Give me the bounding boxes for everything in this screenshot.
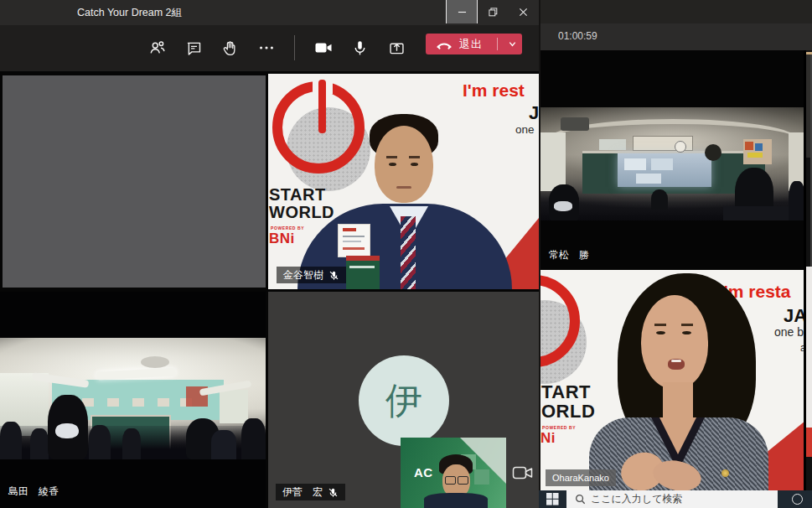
video-tile-tsunematsu[interactable]	[540, 107, 805, 220]
video-tile-shimada[interactable]: 島田 綾香	[0, 292, 266, 508]
screen-tile-2	[651, 158, 673, 170]
student-mask	[55, 423, 79, 438]
ohara-gold-pin	[721, 469, 729, 477]
avatar: 伊	[359, 355, 449, 446]
start-button[interactable]	[546, 493, 561, 505]
participant-name: OharaKanako	[552, 471, 609, 485]
close-button[interactable]	[508, 0, 538, 23]
posters	[743, 139, 772, 164]
search-placeholder: ここに入力して検索	[591, 492, 682, 506]
chat-button[interactable]	[179, 34, 208, 62]
student-5	[211, 430, 236, 459]
taskbar-search-input[interactable]: ここに入力して検索	[566, 490, 778, 508]
raise-hand-icon	[221, 39, 239, 57]
ohara-eye-left	[656, 331, 665, 334]
student-1	[0, 422, 22, 459]
participant-name: 常松 勝	[549, 248, 589, 262]
raise-hand-button[interactable]	[215, 34, 244, 62]
kanaya-face	[375, 126, 433, 203]
leave-options-chevron[interactable]	[503, 34, 522, 54]
window-title: Catch Your Dream 2組	[77, 0, 182, 25]
ohara-eye-right	[682, 331, 691, 334]
bni-slogan-line3: one b	[774, 325, 804, 339]
name-label-shimada: 島田 綾香	[0, 483, 65, 500]
meeting-timer: 01:00:59	[558, 30, 597, 42]
leave-button-label: 退出	[459, 37, 483, 52]
video-tile-empty[interactable]	[3, 75, 266, 288]
name-label-tsunematsu: 常松 勝	[540, 246, 596, 263]
lanyard-line	[349, 266, 375, 268]
bni-brand-text: Ni	[540, 430, 556, 447]
show-participants-button[interactable]	[143, 34, 172, 62]
restore-icon	[489, 8, 498, 17]
ohara-face	[641, 295, 708, 389]
bni-logo-text-bottom: ORLD	[541, 402, 595, 421]
bni-slogan-line3: one	[515, 123, 535, 136]
kanaya-mouth	[396, 186, 411, 189]
maximize-button[interactable]	[478, 0, 508, 23]
student-3	[89, 425, 111, 459]
kanaya-lanyard-card	[346, 256, 380, 289]
selfview-step-2	[474, 469, 489, 485]
background-window-sliver	[806, 50, 812, 490]
wall-fan	[705, 144, 721, 161]
self-view-video[interactable]: AC	[401, 438, 506, 508]
teams-secondary-window: 01:00:59	[539, 0, 812, 508]
bni-slogan-line2: JA	[784, 305, 805, 327]
camera-preview-icon[interactable]	[512, 464, 534, 485]
badge-line1	[343, 236, 365, 237]
student-6	[241, 418, 266, 459]
chevron-down-icon	[508, 39, 517, 49]
badge-line3	[343, 247, 365, 250]
minimize-icon	[458, 8, 467, 17]
windows-taskbar: ここに入力して検索	[539, 490, 812, 508]
search-icon	[575, 494, 586, 505]
sliver-white	[806, 267, 812, 428]
poster-red	[745, 142, 753, 150]
minimize-button[interactable]	[446, 0, 478, 23]
ceiling-fan	[141, 356, 169, 368]
leave-meeting-button[interactable]: 退出	[426, 34, 522, 54]
kanaya-eye-right	[411, 163, 418, 166]
student-2	[30, 428, 49, 459]
student-far-right	[789, 181, 805, 220]
bni-logo-text-top: START	[269, 186, 326, 204]
ohara-teeth	[671, 360, 681, 362]
video-tile-isuga[interactable]: 伊 AC 伊菅 宏	[268, 292, 539, 508]
share-screen-button[interactable]	[382, 34, 411, 62]
classroom-window-right	[220, 390, 248, 423]
camera-toggle-button[interactable]	[309, 34, 338, 62]
mic-toggle-button[interactable]	[345, 34, 374, 62]
kanaya-name-badge	[338, 224, 370, 257]
screen-tile-1	[624, 158, 646, 170]
video-tile-ohara[interactable]: TART ORLD POWERED BY Ni I'm resta JA one…	[540, 270, 805, 490]
kanaya-eye-left	[389, 163, 396, 166]
selfview-body	[424, 493, 488, 508]
video-tile-kanaya[interactable]: START WORLD POWERED BY BNi I'm rest J on…	[268, 74, 539, 289]
toolbar-divider	[294, 35, 295, 60]
camera-outline-icon	[512, 464, 534, 481]
badge-logo-mark	[343, 228, 356, 231]
avatar-initial: 伊	[385, 376, 422, 426]
ohara-brow-right	[681, 324, 693, 326]
participant-name: 金谷智樹	[283, 268, 323, 282]
projector	[561, 117, 589, 131]
ohara-brow-left	[654, 324, 666, 326]
kanaya-brow-left	[386, 156, 397, 158]
hang-up-icon	[436, 39, 453, 50]
people-icon	[148, 39, 167, 57]
bni-logo-text-bottom: WORLD	[269, 204, 334, 221]
selfview-logo-text: AC	[414, 465, 433, 479]
chat-icon	[185, 39, 203, 57]
projection-screen	[618, 153, 711, 187]
student-mask	[554, 201, 572, 211]
taskbar-circle-icon[interactable]	[792, 494, 803, 505]
poster-blue	[755, 143, 763, 151]
kanaya-tie	[401, 216, 416, 289]
selfview-glasses-left	[445, 476, 456, 485]
participant-name: 島田 綾香	[8, 485, 59, 498]
more-actions-button[interactable]	[252, 34, 281, 62]
sliver-red	[806, 428, 812, 457]
close-icon	[519, 8, 528, 17]
name-label-kanaya: 金谷智樹	[277, 267, 346, 283]
